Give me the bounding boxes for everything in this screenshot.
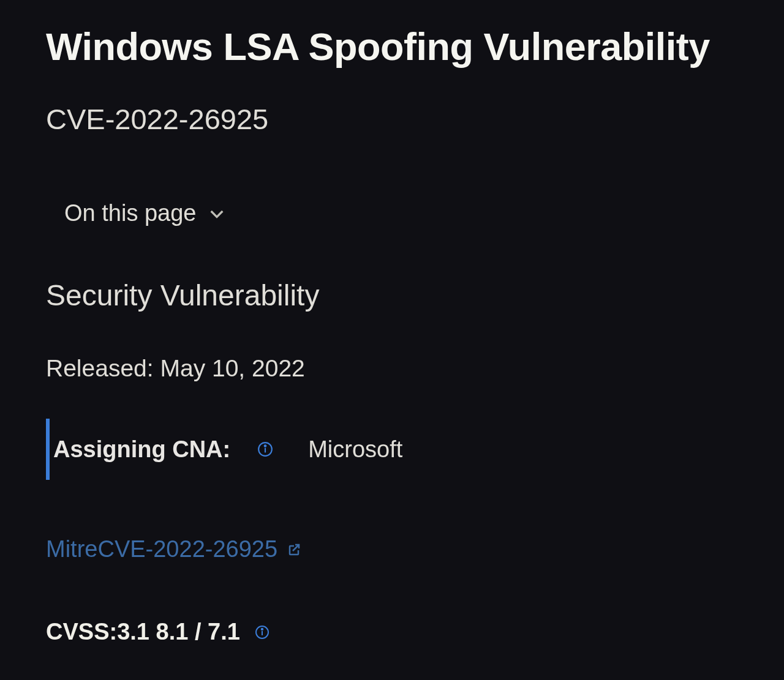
cve-identifier: CVE-2022-26925 (46, 102, 738, 136)
released-row: Released: May 10, 2022 (46, 355, 738, 382)
cvss-score: CVSS:3.1 8.1 / 7.1 (46, 619, 240, 645)
cvss-row: CVSS:3.1 8.1 / 7.1 (46, 619, 738, 645)
on-this-page-toggle[interactable]: On this page (64, 200, 227, 226)
svg-point-5 (262, 628, 263, 629)
released-label: Released: (46, 355, 154, 381)
released-date: May 10, 2022 (160, 355, 304, 381)
page-title: Windows LSA Spoofing Vulnerability (46, 24, 738, 69)
info-icon[interactable] (254, 624, 271, 641)
cna-value: Microsoft (308, 436, 402, 463)
svg-point-2 (265, 445, 266, 447)
assigning-cna-row: Assigning CNA: Microsoft (46, 419, 738, 480)
mitre-cve-link[interactable]: MitreCVE-2022-26925 (46, 536, 302, 562)
info-icon[interactable] (256, 440, 274, 458)
mitre-link-text: MitreCVE-2022-26925 (46, 536, 277, 562)
on-this-page-label: On this page (64, 200, 196, 226)
chevron-down-icon (207, 204, 227, 223)
cna-label: Assigning CNA: (53, 436, 230, 463)
external-link-icon (286, 542, 302, 558)
section-heading: Security Vulnerability (46, 278, 738, 312)
